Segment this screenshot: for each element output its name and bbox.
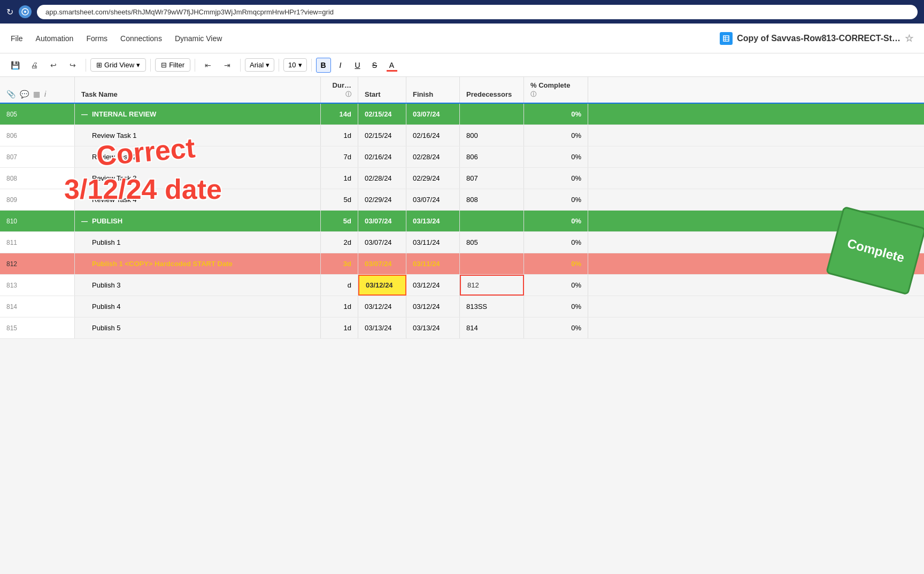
indent-button[interactable]: ⇤: [199, 57, 217, 74]
cell-start-814[interactable]: 03/12/24: [358, 296, 406, 317]
cell-finish-807[interactable]: 02/28/24: [406, 146, 460, 167]
cell-pred-812[interactable]: [460, 253, 524, 274]
cell-start-805[interactable]: 02/15/24: [358, 104, 406, 125]
table-row: 810 — PUBLISH 5d 03/07/24 03/13/24 0%: [0, 211, 924, 232]
table-row: 807 Review Task 2 7d 02/16/24 02/28/24 8…: [0, 146, 924, 168]
cell-pred-810[interactable]: [460, 211, 524, 231]
cell-start-807[interactable]: 02/16/24: [358, 146, 406, 167]
comment-header-icon: 💬: [20, 90, 29, 98]
cell-pred-807[interactable]: 806: [460, 146, 524, 167]
print-button[interactable]: 🖨: [26, 57, 43, 74]
col-finish-label: Finish: [413, 90, 453, 98]
cell-pct-813[interactable]: 0%: [524, 275, 588, 296]
cell-dur-814[interactable]: 1d: [321, 296, 358, 317]
collapse-icon-805[interactable]: —: [81, 111, 88, 118]
save-button[interactable]: 💾: [6, 57, 24, 74]
cell-dur-813[interactable]: d: [321, 275, 358, 296]
cell-pct-810[interactable]: 0%: [524, 211, 588, 231]
cell-pct-814[interactable]: 0%: [524, 296, 588, 317]
redo-button[interactable]: ↪: [64, 57, 81, 74]
text-color-button[interactable]: A: [384, 58, 399, 73]
cell-task-807[interactable]: Review Task 2: [75, 146, 321, 167]
cell-task-809[interactable]: Review Task 4: [75, 189, 321, 210]
sheet-title-text: Copy of Savvas-Row813-CORRECT-St…: [737, 34, 900, 43]
cell-dur-810[interactable]: 5d: [321, 211, 358, 231]
cell-start-806[interactable]: 02/15/24: [358, 125, 406, 146]
cell-finish-815[interactable]: 03/13/24: [406, 317, 460, 338]
cell-pct-807[interactable]: 0%: [524, 146, 588, 167]
font-selector[interactable]: Arial ▾: [245, 58, 274, 72]
cell-dur-812[interactable]: 3d: [321, 253, 358, 274]
app-header: File Automation Forms Connections Dynami…: [0, 24, 924, 53]
menu-automation[interactable]: Automation: [36, 32, 74, 45]
cell-start-810[interactable]: 03/07/24: [358, 211, 406, 231]
cell-finish-806[interactable]: 02/16/24: [406, 125, 460, 146]
cell-dur-807[interactable]: 7d: [321, 146, 358, 167]
cell-task-815[interactable]: Publish 5: [75, 317, 321, 338]
cell-start-813[interactable]: 03/12/24: [358, 275, 406, 296]
cell-dur-808[interactable]: 1d: [321, 168, 358, 189]
cell-pred-806[interactable]: 800: [460, 125, 524, 146]
cell-dur-809[interactable]: 5d: [321, 189, 358, 210]
cell-pred-805[interactable]: [460, 104, 524, 125]
cell-finish-811[interactable]: 03/11/24: [406, 232, 460, 253]
cell-task-814[interactable]: Publish 4: [75, 296, 321, 317]
cell-pct-805[interactable]: 0%: [524, 104, 588, 125]
cell-pct-808[interactable]: 0%: [524, 168, 588, 189]
undo-button[interactable]: ↩: [45, 57, 62, 74]
cell-dur-806[interactable]: 1d: [321, 125, 358, 146]
underline-button[interactable]: U: [350, 58, 365, 73]
cell-finish-812[interactable]: 03/11/24: [406, 253, 460, 274]
cell-start-811[interactable]: 03/07/24: [358, 232, 406, 253]
bold-button[interactable]: B: [316, 58, 331, 73]
svg-point-1: [24, 11, 26, 13]
cell-dur-811[interactable]: 2d: [321, 232, 358, 253]
cell-finish-813[interactable]: 03/12/24: [406, 275, 460, 296]
cell-pct-812[interactable]: 0%: [524, 253, 588, 274]
cell-pred-809[interactable]: 808: [460, 189, 524, 210]
refresh-icon[interactable]: ↻: [6, 7, 13, 17]
font-size-selector[interactable]: 10 ▾: [283, 58, 306, 72]
cell-pred-808[interactable]: 807: [460, 168, 524, 189]
cell-finish-814[interactable]: 03/12/24: [406, 296, 460, 317]
cell-finish-809[interactable]: 03/07/24: [406, 189, 460, 210]
cell-task-813[interactable]: Publish 3: [75, 275, 321, 296]
cell-dur-805[interactable]: 14d: [321, 104, 358, 125]
cell-start-808[interactable]: 02/28/24: [358, 168, 406, 189]
filter-button[interactable]: ⊟ Filter: [155, 58, 190, 72]
cell-pct-806[interactable]: 0%: [524, 125, 588, 146]
menu-forms[interactable]: Forms: [86, 32, 107, 45]
cell-pred-814[interactable]: 813SS: [460, 296, 524, 317]
menu-file[interactable]: File: [11, 32, 23, 45]
favorite-star-icon[interactable]: ☆: [905, 33, 913, 44]
separator-2: [150, 59, 151, 72]
cell-pred-811[interactable]: 805: [460, 232, 524, 253]
cell-dur-815[interactable]: 1d: [321, 317, 358, 338]
cell-pred-813[interactable]: 812: [460, 275, 524, 296]
cell-finish-805[interactable]: 03/07/24: [406, 104, 460, 125]
menu-connections[interactable]: Connections: [120, 32, 162, 45]
cell-finish-810[interactable]: 03/13/24: [406, 211, 460, 231]
menu-dynamic-view[interactable]: Dynamic View: [175, 32, 222, 45]
view-selector[interactable]: ⊞ Grid View ▾: [90, 58, 146, 72]
cell-task-812[interactable]: Publish 1 <COPY> Hardcoded START Date: [75, 253, 321, 275]
cell-task-811[interactable]: Publish 1: [75, 232, 321, 253]
sheet-title-group: Copy of Savvas-Row813-CORRECT-St… ☆: [720, 32, 913, 45]
outdent-button[interactable]: ⇥: [219, 57, 236, 74]
cell-pct-815[interactable]: 0%: [524, 317, 588, 338]
italic-button[interactable]: I: [333, 58, 348, 73]
cell-finish-808[interactable]: 02/29/24: [406, 168, 460, 189]
cell-pred-815[interactable]: 814: [460, 317, 524, 338]
cell-task-806[interactable]: Review Task 1: [75, 125, 321, 146]
cell-start-809[interactable]: 02/29/24: [358, 189, 406, 210]
cell-task-805[interactable]: — INTERNAL REVIEW: [75, 104, 321, 125]
strikethrough-button[interactable]: S: [367, 58, 382, 73]
url-bar[interactable]: app.smartsheet.com/sheets/RhJMqWr79wW7fj…: [37, 5, 918, 19]
cell-pct-811[interactable]: 0%: [524, 232, 588, 253]
cell-task-808[interactable]: Review Task 3: [75, 168, 321, 189]
cell-pct-809[interactable]: 0%: [524, 189, 588, 210]
cell-task-810[interactable]: — PUBLISH: [75, 211, 321, 231]
cell-start-815[interactable]: 03/13/24: [358, 317, 406, 338]
collapse-icon-810[interactable]: —: [81, 218, 88, 225]
cell-start-812[interactable]: 03/07/24: [358, 253, 406, 274]
